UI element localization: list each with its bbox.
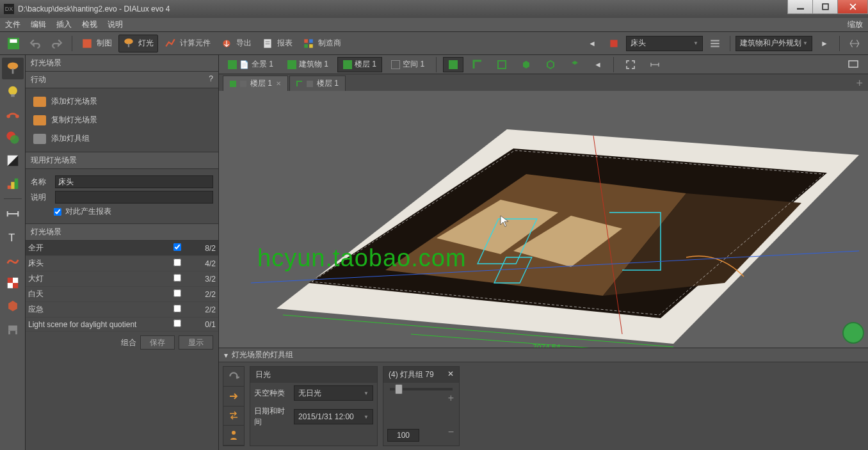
arrow-right-button[interactable] — [223, 387, 244, 406]
scene-checkbox[interactable] — [173, 289, 181, 297]
nav-prev-button[interactable]: ◄ — [583, 35, 602, 52]
dimmer-slider[interactable] — [390, 388, 453, 390]
tab-close-icon[interactable]: ✕ — [276, 80, 281, 87]
grid-toggle-button[interactable] — [845, 35, 864, 52]
measure-button[interactable] — [645, 57, 665, 72]
date-label: 日期和时间 — [254, 406, 290, 428]
tab-floor-1[interactable]: 楼层 1✕ — [223, 76, 288, 91]
tool-text[interactable]: T — [2, 226, 24, 248]
maximize-button[interactable] — [812, 0, 838, 14]
action-add-group[interactable]: 添加灯具组 — [31, 129, 213, 148]
manufacturer-button[interactable]: 制造商 — [299, 35, 345, 52]
viewmode-5[interactable] — [540, 57, 561, 72]
scene-row[interactable]: 全开8/2 — [26, 241, 218, 256]
date-select[interactable]: 2015/1/31 12:00▼ — [294, 409, 373, 424]
collapse-icon[interactable]: ▾ — [224, 351, 228, 360]
bottom-title: 灯光场景的灯具组 — [232, 350, 293, 360]
view-building[interactable]: 建筑物 1 — [282, 57, 334, 72]
svg-point-24 — [15, 115, 19, 118]
svg-rect-39 — [849, 61, 858, 67]
scene-list-button[interactable] — [705, 35, 725, 52]
scene-checkbox[interactable] — [173, 305, 181, 312]
tool-move[interactable] — [2, 104, 24, 125]
3d-viewport[interactable]: 7074.54 hcyun.taobao.com — [219, 91, 868, 348]
viewmode-2[interactable] — [467, 57, 488, 72]
view-room[interactable]: 空间 1 — [386, 57, 430, 72]
action-copy-scene[interactable]: 复制灯光场景 — [31, 111, 213, 129]
scene-row[interactable]: 床头4/2 — [26, 256, 218, 271]
view-scene[interactable]: 📄全景 1 — [223, 57, 278, 72]
scene-selector[interactable]: 床头▼ — [626, 36, 703, 51]
sky-select[interactable]: 无日光▼ — [294, 385, 373, 401]
nav-stop-button[interactable] — [604, 35, 623, 52]
draw-mode-button[interactable]: 制图 — [77, 35, 116, 52]
slider-thumb[interactable] — [395, 384, 403, 394]
close-button[interactable] — [837, 0, 868, 14]
tool-levels[interactable] — [2, 173, 24, 195]
tool-dimension[interactable] — [2, 203, 24, 225]
tool-lamp[interactable] — [2, 58, 24, 79]
dimmer-value[interactable]: 100 — [387, 429, 419, 442]
minimize-button[interactable] — [787, 0, 813, 14]
help-icon[interactable]: ? — [209, 74, 213, 85]
name-input[interactable] — [55, 175, 213, 188]
tool-curve[interactable] — [2, 249, 24, 271]
menu-edit[interactable]: 编辑 — [31, 19, 46, 30]
menu-help[interactable]: 说明 — [108, 19, 123, 30]
viewmode-3[interactable] — [492, 57, 512, 72]
add-tab-button[interactable]: + — [851, 76, 868, 91]
gen-report-checkbox[interactable] — [54, 208, 61, 216]
tool-swatches[interactable] — [2, 272, 24, 294]
scene-row[interactable]: 白天2/2 — [26, 287, 218, 302]
menu-zoom[interactable]: 缩放 — [848, 19, 863, 30]
fullscreen-button[interactable] — [620, 57, 641, 72]
monitor-button[interactable] — [842, 57, 864, 72]
increment-button[interactable]: + — [448, 392, 454, 404]
card-close-icon[interactable]: ✕ — [447, 369, 454, 380]
actions-section: 添加灯光场景 复制灯光场景 添加灯具组 — [26, 88, 218, 152]
tool-box[interactable] — [2, 295, 24, 317]
tool-palette[interactable] — [2, 127, 24, 149]
save-scene-button[interactable]: 保存 — [140, 335, 175, 350]
calc-mode-button[interactable]: 计算元件 — [161, 35, 214, 52]
action-add-scene[interactable]: 添加灯光场景 — [31, 92, 213, 111]
undo-button[interactable] — [26, 35, 45, 52]
arrow-swap-button[interactable] — [223, 406, 244, 426]
redo-button[interactable] — [47, 35, 67, 52]
viewmode-prev[interactable]: ◄ — [589, 57, 607, 72]
scene-checkbox[interactable] — [173, 259, 181, 266]
show-scene-button[interactable]: 显示 — [179, 335, 213, 350]
svg-rect-27 — [7, 186, 11, 189]
refresh-button[interactable] — [223, 367, 244, 387]
menu-file[interactable]: 文件 — [5, 19, 20, 30]
scene-checkbox[interactable] — [173, 319, 181, 327]
tool-contrast[interactable] — [2, 150, 24, 172]
svg-rect-4 — [83, 39, 92, 48]
tool-furniture[interactable] — [2, 318, 24, 340]
export-button[interactable]: 导出 — [217, 35, 255, 52]
decrement-button[interactable]: − — [448, 426, 454, 438]
scene-row[interactable]: 应急2/2 — [26, 302, 218, 317]
menu-insert[interactable]: 插入 — [56, 19, 72, 30]
menu-view[interactable]: 检视 — [82, 19, 97, 30]
scene-row[interactable]: Light scene for daylight quotient0/1 — [26, 317, 218, 332]
desc-input[interactable] — [55, 191, 213, 204]
daylight-card: 日光✕ 天空种类无日光▼ 日期和时间2015/1/31 12:00▼ — [250, 366, 378, 446]
person-button[interactable] — [223, 426, 244, 446]
scene-row[interactable]: 大灯3/2 — [26, 271, 218, 287]
mode-selector[interactable]: 建筑物和户外规划▼ — [735, 36, 812, 51]
scene-checkbox[interactable] — [173, 274, 181, 282]
nav-next-button[interactable]: ► — [815, 35, 834, 52]
report-button[interactable]: 报表 — [258, 35, 296, 52]
svg-rect-29 — [14, 179, 18, 189]
view-floor[interactable]: 楼层 1 — [337, 57, 382, 72]
viewmode-fill[interactable] — [443, 57, 463, 72]
save-button[interactable] — [4, 35, 23, 52]
viewmode-6[interactable] — [565, 57, 585, 72]
viewmode-4[interactable] — [516, 57, 536, 72]
tab-floor-2[interactable]: 楼层 1 — [289, 76, 346, 91]
daylight-title: 日光 — [255, 369, 271, 380]
light-mode-button[interactable]: 灯光 — [118, 35, 158, 52]
tool-bulb[interactable] — [2, 81, 24, 102]
scene-checkbox[interactable] — [173, 243, 181, 251]
